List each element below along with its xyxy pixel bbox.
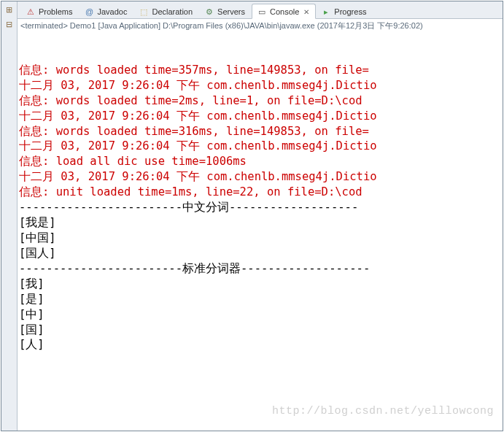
javadoc-icon: @ bbox=[84, 7, 94, 17]
main-area: ⚠Problems@Javadoc⬚Declaration⚙Servers▭Co… bbox=[18, 1, 503, 431]
console-output[interactable]: 信息: words loaded time=357ms, line=149853… bbox=[18, 32, 503, 431]
servers-icon: ⚙ bbox=[204, 7, 214, 17]
console-line: 十二月 03, 2017 9:26:04 下午 com.chenlb.mmseg… bbox=[19, 78, 501, 93]
tab-javadoc[interactable]: @Javadoc bbox=[79, 4, 133, 18]
console-line: [中] bbox=[19, 307, 501, 323]
console-line: [是] bbox=[19, 292, 501, 307]
tab-label: Problems bbox=[39, 7, 72, 16]
close-icon[interactable]: ✕ bbox=[303, 8, 309, 16]
console-line: 十二月 03, 2017 9:26:04 下午 com.chenlb.mmseg… bbox=[19, 169, 501, 185]
watermark-text: http://blog.csdn.net/yelllowcong bbox=[272, 404, 494, 419]
console-line: [我] bbox=[19, 277, 501, 292]
console-line: 信息: words loaded time=357ms, line=149853… bbox=[19, 63, 501, 78]
eclipse-view-container: ⊞ ⊟ ⚠Problems@Javadoc⬚Declaration⚙Server… bbox=[1, 1, 503, 431]
console-line: [国] bbox=[19, 323, 501, 338]
console-icon: ▭ bbox=[257, 7, 267, 17]
tab-label: Javadoc bbox=[97, 7, 127, 16]
tab-label: Declaration bbox=[152, 7, 193, 16]
console-line: [我是] bbox=[19, 215, 501, 231]
tab-problems[interactable]: ⚠Problems bbox=[20, 4, 79, 18]
problems-icon: ⚠ bbox=[26, 7, 36, 17]
tab-label: Progress bbox=[334, 7, 366, 16]
console-line: 十二月 03, 2017 9:26:04 下午 com.chenlb.mmseg… bbox=[19, 139, 501, 154]
view-tabbar: ⚠Problems@Javadoc⬚Declaration⚙Servers▭Co… bbox=[18, 1, 503, 19]
console-line: 信息: words loaded time=316ms, line=149853… bbox=[19, 124, 501, 139]
console-line: 信息: words loaded time=2ms, line=1, on fi… bbox=[19, 93, 501, 109]
progress-icon: ▸ bbox=[321, 7, 331, 17]
tab-declaration[interactable]: ⬚Declaration bbox=[133, 4, 199, 18]
left-vertical-toolbar: ⊞ ⊟ bbox=[1, 1, 18, 431]
console-line: [人] bbox=[19, 337, 501, 352]
tab-progress[interactable]: ▸Progress bbox=[316, 4, 373, 18]
tab-console[interactable]: ▭Console✕ bbox=[252, 4, 316, 19]
console-line: [中国] bbox=[19, 231, 501, 246]
console-line: 信息: unit loaded time=1ms, line=22, on fi… bbox=[19, 185, 501, 200]
console-line: 十二月 03, 2017 9:26:04 下午 com.chenlb.mmseg… bbox=[19, 109, 501, 124]
console-status-line: <terminated> Demo1 [Java Application] D:… bbox=[18, 19, 503, 32]
toolbar-restore-icon[interactable]: ⊞ bbox=[4, 4, 15, 15]
tab-label: Console bbox=[270, 7, 299, 16]
tab-servers[interactable]: ⚙Servers bbox=[199, 4, 252, 18]
console-line: ------------------------中文分词------------… bbox=[19, 200, 501, 215]
console-line: [国人] bbox=[19, 246, 501, 261]
declaration-icon: ⬚ bbox=[139, 7, 149, 17]
toolbar-minimize-icon[interactable]: ⊟ bbox=[4, 19, 15, 29]
console-line: 信息: load all dic use time=1006ms bbox=[19, 154, 501, 169]
console-line: ------------------------标准分词器-----------… bbox=[19, 261, 501, 277]
tab-label: Servers bbox=[217, 7, 245, 16]
